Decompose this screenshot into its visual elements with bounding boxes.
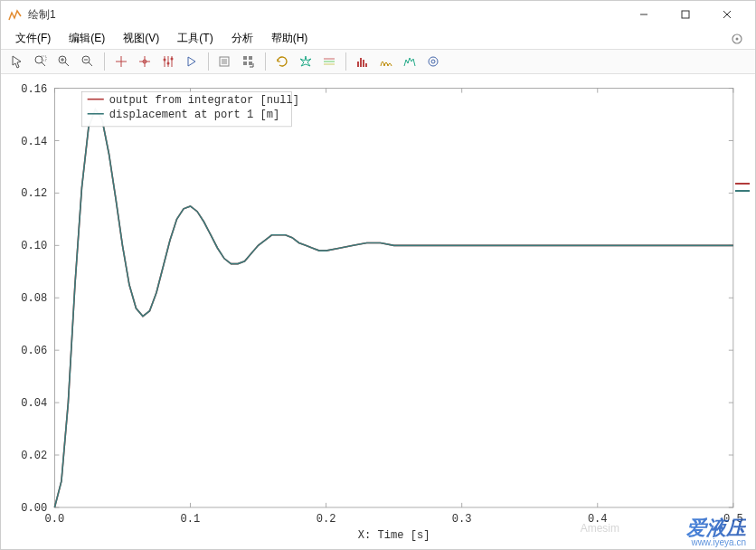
svg-text:0.02: 0.02 (21, 450, 47, 462)
svg-text:0.0: 0.0 (45, 513, 65, 526)
svg-point-40 (431, 60, 435, 63)
svg-text:0.10: 0.10 (21, 241, 47, 253)
zoom-in-tool[interactable] (53, 51, 75, 72)
list-tool[interactable] (214, 51, 236, 72)
menu-view[interactable]: 视图(V) (114, 28, 168, 49)
menu-tools[interactable]: 工具(T) (168, 28, 222, 49)
zoom-area-tool[interactable] (30, 51, 52, 72)
svg-text:output from integrator [null]: output from integrator [null] (109, 94, 299, 107)
svg-text:0.04: 0.04 (21, 397, 47, 410)
svg-text:0.14: 0.14 (21, 136, 47, 148)
svg-rect-1 (682, 11, 689, 18)
svg-point-25 (167, 62, 170, 65)
series2-mark (735, 190, 750, 192)
svg-point-39 (429, 57, 438, 66)
menu-edit[interactable]: 编辑(E) (60, 28, 114, 49)
series1-mark (735, 183, 750, 185)
sliders-tool[interactable] (157, 51, 179, 72)
spectrum-tool[interactable] (399, 51, 421, 72)
refresh-tool[interactable] (271, 51, 293, 72)
minimize-button[interactable] (623, 1, 665, 28)
svg-rect-31 (243, 56, 247, 60)
svg-rect-32 (249, 56, 252, 60)
svg-text:X: Time [s]: X: Time [s] (358, 529, 430, 542)
svg-rect-36 (360, 58, 362, 67)
zoom-out-tool[interactable] (77, 51, 99, 72)
svg-text:displacement at port 1 [m]: displacement at port 1 [m] (109, 109, 279, 121)
app-window: 绘制1 文件(F) 编辑(E) 视图(V) 工具(T) 分析 帮助(H) (0, 0, 756, 550)
star-tool[interactable] (295, 51, 317, 72)
window-title: 绘制1 (28, 7, 623, 23)
svg-text:0.16: 0.16 (21, 83, 47, 96)
svg-text:0.4: 0.4 (588, 513, 608, 526)
window-controls (623, 1, 748, 28)
layers-tool[interactable] (318, 51, 340, 72)
grid-tool[interactable] (238, 51, 260, 72)
title-bar: 绘制1 (1, 1, 755, 28)
svg-text:0.1: 0.1 (181, 513, 201, 526)
svg-rect-34 (249, 62, 252, 65)
svg-text:0.00: 0.00 (21, 502, 47, 515)
svg-rect-41 (54, 89, 732, 507)
svg-rect-37 (363, 60, 364, 67)
svg-point-26 (171, 58, 174, 61)
menu-help[interactable]: 帮助(H) (262, 28, 317, 49)
svg-rect-38 (365, 63, 367, 67)
pointer-tool[interactable] (6, 51, 28, 72)
svg-text:0.2: 0.2 (317, 513, 336, 526)
series-color-marks (735, 183, 750, 192)
toolbar (1, 50, 755, 74)
svg-point-24 (164, 59, 166, 62)
histogram-tool[interactable] (352, 51, 373, 72)
crosshair-tool[interactable] (110, 51, 132, 72)
plot-area[interactable]: 0.00.10.20.30.40.50.000.020.040.060.080.… (1, 74, 755, 549)
svg-line-14 (89, 62, 92, 66)
fft-tool[interactable] (375, 51, 397, 72)
svg-line-7 (42, 62, 45, 66)
svg-rect-33 (243, 62, 247, 65)
menu-analysis[interactable]: 分析 (222, 28, 262, 49)
svg-text:0.3: 0.3 (452, 513, 472, 526)
maximize-button[interactable] (665, 1, 706, 28)
svg-rect-35 (357, 62, 359, 67)
circle-tool[interactable] (422, 51, 444, 72)
svg-point-5 (736, 37, 739, 40)
svg-text:0.06: 0.06 (21, 345, 47, 357)
app-icon (8, 7, 23, 22)
svg-text:0.08: 0.08 (21, 293, 47, 306)
close-button[interactable] (706, 1, 748, 28)
crosshair2-tool[interactable] (134, 51, 156, 72)
plot-canvas[interactable]: 0.00.10.20.30.40.50.000.020.040.060.080.… (5, 78, 751, 545)
menu-file[interactable]: 文件(F) (6, 28, 60, 49)
play-tool[interactable] (181, 51, 203, 72)
menu-bar: 文件(F) 编辑(E) 视图(V) 工具(T) 分析 帮助(H) (1, 28, 755, 50)
svg-text:0.5: 0.5 (723, 513, 743, 526)
svg-line-10 (65, 62, 69, 66)
svg-text:0.12: 0.12 (21, 188, 47, 201)
settings-icon[interactable] (730, 32, 744, 46)
